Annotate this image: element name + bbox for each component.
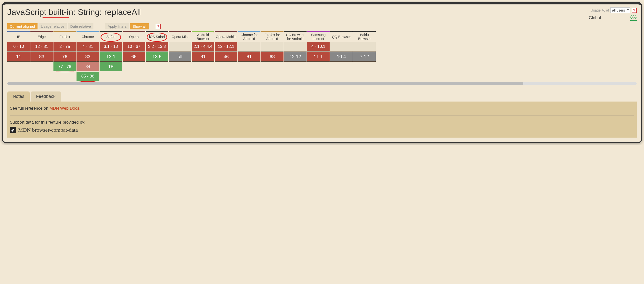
version-cell-past[interactable]: 3.2 - 13.3 — [146, 42, 168, 51]
toolbar-help-button[interactable]: ? — [156, 24, 161, 29]
browser-header[interactable]: Samsung Internet — [307, 32, 330, 42]
browser-column: Firefox2 - 757677 - 78 — [54, 32, 76, 81]
browser-column: QQ Browser10.4 — [330, 32, 353, 81]
version-cell-future[interactable]: 85 - 86 — [76, 72, 99, 81]
note-star-icon: * — [236, 32, 237, 34]
browser-header[interactable]: Android Browser* — [192, 32, 214, 42]
mdn-link[interactable]: MDN Web Docs — [50, 106, 80, 110]
notes-panel: See full reference on MDN Web Docs. Supp… — [7, 102, 637, 138]
note-star-icon: * — [166, 32, 168, 34]
browser-header[interactable]: Chrome — [76, 32, 99, 42]
browser-header[interactable]: Firefox for Android — [261, 32, 284, 42]
version-cell-current[interactable]: 83 — [76, 52, 99, 62]
global-percent: 8% — [630, 15, 637, 21]
version-cell-past[interactable]: 4 - 81 — [76, 42, 99, 51]
version-cell-past[interactable] — [330, 42, 353, 51]
usage-select[interactable]: all users — [610, 7, 630, 13]
support-data-label: Support data for this feature provided b… — [10, 120, 634, 125]
version-cell-current[interactable]: 7.12 — [353, 52, 376, 62]
version-cell-current[interactable]: 13.5 — [146, 52, 168, 62]
browser-header[interactable]: Baidu Browser — [353, 32, 376, 42]
browser-column: IE6 - 1011 — [7, 32, 30, 81]
browser-header[interactable]: Safari — [100, 32, 122, 42]
note-star-icon: * — [212, 32, 214, 34]
version-cell-past[interactable]: 12 - 81 — [30, 42, 53, 51]
version-cell-past[interactable] — [238, 42, 260, 51]
show-all-button[interactable]: Show all — [130, 23, 149, 30]
browser-column: Chrome for Android81 — [238, 32, 260, 81]
version-cell-past[interactable]: 10 - 67 — [122, 42, 145, 51]
browser-header[interactable]: iOS Safari* — [146, 32, 168, 42]
version-cell-past[interactable] — [284, 42, 306, 51]
notes-text-before: See full reference on — [10, 106, 50, 110]
version-cell-current[interactable]: 46 — [215, 52, 238, 62]
version-cell-future[interactable]: TP — [100, 62, 122, 71]
version-cell-past[interactable] — [261, 42, 284, 51]
version-cell-current[interactable]: 81 — [192, 52, 214, 62]
current-aligned-button[interactable]: Current aligned — [7, 23, 38, 30]
usage-help-button[interactable]: ? — [632, 8, 637, 13]
browser-header[interactable]: Opera Mini* — [169, 32, 191, 42]
notes-text-after: . — [79, 106, 80, 110]
version-cell-current[interactable]: 12.12 — [284, 52, 306, 62]
version-cell-current[interactable]: 81 — [238, 52, 260, 62]
version-cell-past[interactable] — [353, 42, 376, 51]
compat-table: IE6 - 1011Edge*12 - 8183Firefox2 - 75767… — [7, 32, 637, 81]
browser-column: UC Browser for Android12.12 — [284, 32, 306, 81]
date-relative-button[interactable]: Date relative — [68, 23, 93, 30]
version-cell-past[interactable]: 6 - 10 — [7, 42, 30, 51]
browser-column: Opera Mobile*12 - 12.146 — [215, 32, 238, 81]
browser-header[interactable]: Edge* — [30, 32, 53, 42]
version-cell-current[interactable]: 11.1 — [307, 52, 330, 62]
version-cell-past[interactable]: 2.1 - 4.4.4 — [192, 42, 214, 51]
browser-column: iOS Safari*3.2 - 13.313.5 — [146, 32, 168, 81]
info-tabs: Notes Feedback — [7, 92, 637, 102]
source-name: MDN browser-compat-data — [18, 127, 78, 133]
version-cell-future[interactable]: 84 — [76, 62, 99, 71]
app-frame: JavaScript built-in: String: replaceAll … — [2, 2, 642, 143]
browser-column: Firefox for Android68 — [261, 32, 284, 81]
compat-table-scroll[interactable]: IE6 - 1011Edge*12 - 8183Firefox2 - 75767… — [7, 32, 637, 88]
view-toolbar: Current aligned Usage relative Date rela… — [7, 23, 637, 30]
version-cell-past[interactable]: 4 - 10.1 — [307, 42, 330, 51]
global-label: Global — [589, 16, 601, 20]
browser-column: Opera Mini*all — [169, 32, 191, 81]
version-cell-past[interactable]: 12 - 12.1 — [215, 42, 238, 51]
browser-header[interactable]: IE — [7, 32, 30, 42]
version-cell-current[interactable]: 68 — [122, 52, 145, 62]
version-cell-future[interactable]: 77 - 78 — [54, 62, 76, 71]
browser-column: Samsung Internet4 - 10.111.1 — [307, 32, 330, 81]
version-cell-current[interactable]: 68 — [261, 52, 284, 62]
version-cell-current[interactable]: all — [169, 52, 191, 62]
browser-column: Safari3.1 - 1313.1TP — [100, 32, 122, 81]
browser-column: Chrome4 - 81838485 - 86 — [76, 32, 99, 81]
apply-filters-button[interactable]: Apply filters — [105, 23, 129, 30]
version-cell-current[interactable]: 11 — [7, 52, 30, 62]
browser-header[interactable]: Chrome for Android — [238, 32, 260, 42]
note-star-icon: * — [190, 32, 191, 34]
annotation-underline — [42, 17, 70, 18]
version-cell-past[interactable]: 2 - 75 — [54, 42, 76, 51]
browser-header[interactable]: UC Browser for Android — [284, 32, 306, 42]
version-cell-current[interactable]: 10.4 — [330, 52, 353, 62]
version-cell-past[interactable]: 3.1 - 13 — [100, 42, 122, 51]
browser-column: Edge*12 - 8183 — [30, 32, 53, 81]
browser-column: Opera10 - 6768 — [122, 32, 145, 81]
version-cell-current[interactable]: 76 — [54, 52, 76, 62]
page-title: JavaScript built-in: String: replaceAll — [7, 7, 141, 17]
horizontal-scrollbar[interactable] — [7, 82, 637, 85]
browser-header[interactable]: QQ Browser — [330, 32, 353, 42]
browser-column: Baidu Browser7.12 — [353, 32, 376, 81]
tab-feedback[interactable]: Feedback — [31, 92, 61, 102]
version-cell-past[interactable] — [169, 42, 191, 51]
browser-header[interactable]: Opera Mobile* — [215, 32, 238, 42]
browser-header[interactable]: Opera — [122, 32, 145, 42]
tab-notes[interactable]: Notes — [7, 92, 30, 102]
scrollbar-thumb[interactable] — [7, 82, 523, 85]
version-cell-current[interactable]: 13.1 — [100, 52, 122, 62]
note-star-icon: * — [51, 32, 52, 34]
usage-label: Usage — [591, 8, 600, 12]
version-cell-current[interactable]: 83 — [30, 52, 53, 62]
usage-relative-button[interactable]: Usage relative — [38, 23, 67, 30]
browser-header[interactable]: Firefox — [54, 32, 76, 42]
